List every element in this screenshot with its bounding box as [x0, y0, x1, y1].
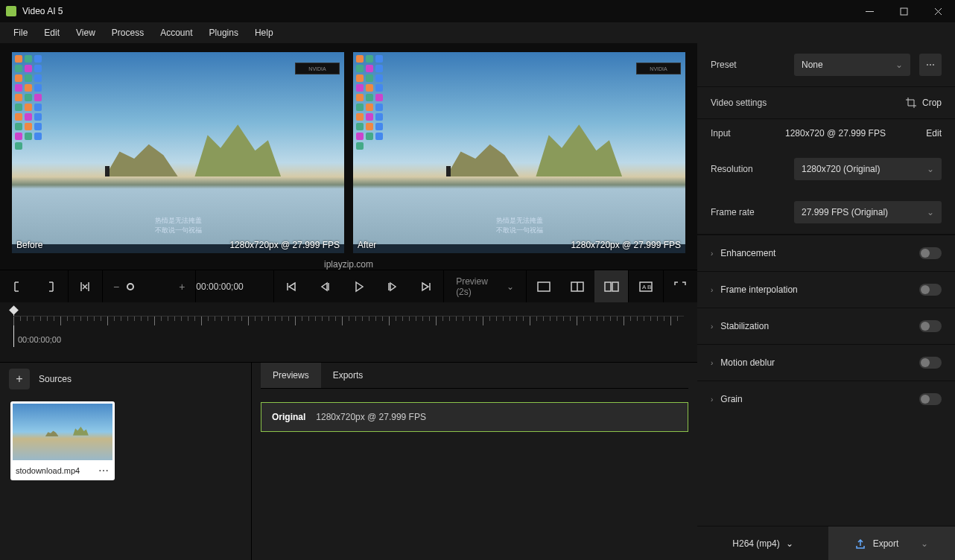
- svg-rect-0: [901, 8, 907, 15]
- preset-menu-button[interactable]: ⋯: [919, 54, 942, 76]
- video-settings-label: Video settings: [711, 98, 897, 108]
- step-forward-button[interactable]: [375, 270, 409, 303]
- after-info: 1280x720px @ 27.999 FPS: [571, 240, 681, 250]
- compare-ab-button[interactable]: AB: [629, 270, 662, 303]
- preview-row-label: Original: [272, 412, 305, 422]
- grain-toggle[interactable]: [919, 393, 942, 405]
- close-button[interactable]: [921, 0, 955, 22]
- acc-frame-interpolation[interactable]: ›Frame interpolation: [697, 271, 955, 308]
- acc-enhancement[interactable]: ›Enhancement: [697, 235, 955, 271]
- after-pane[interactable]: 热情是无法掩盖不敢说一句祝福 NVIDIA After 1280x720px @…: [353, 52, 685, 253]
- resolution-select[interactable]: 1280x720 (Original)⌄: [794, 158, 942, 180]
- chevron-right-icon: ›: [711, 286, 713, 294]
- menu-file[interactable]: File: [6, 25, 35, 41]
- zoom-handle-icon[interactable]: [127, 283, 134, 290]
- framerate-label: Frame rate: [711, 207, 785, 217]
- acc-motion-deblur[interactable]: ›Motion deblur: [697, 344, 955, 381]
- fullscreen-button[interactable]: [664, 270, 697, 303]
- chevron-right-icon: ›: [711, 249, 713, 258]
- before-pane[interactable]: 热情是无法掩盖不敢说一句祝福 NVIDIA Before 1280x720px …: [12, 52, 344, 253]
- menu-bar: File Edit View Process Account Plugins H…: [0, 22, 955, 43]
- menu-help[interactable]: Help: [247, 25, 281, 41]
- menu-view[interactable]: View: [69, 25, 103, 41]
- motion-deblur-toggle[interactable]: [919, 357, 942, 369]
- chevron-down-icon: ⌄: [895, 60, 903, 70]
- preview-row-original[interactable]: Original 1280x720px @ 27.999 FPS: [261, 402, 688, 432]
- settings-sidebar: Preset None⌄ ⋯ Video settings Crop Input…: [697, 43, 955, 560]
- zoom-control[interactable]: − +: [103, 281, 195, 293]
- add-source-button[interactable]: +: [9, 369, 30, 389]
- svg-text:A: A: [642, 284, 647, 290]
- source-more-icon[interactable]: ⋯: [98, 465, 110, 477]
- sources-title: Sources: [39, 374, 72, 384]
- stabilization-toggle[interactable]: [919, 320, 942, 332]
- zoom-out-icon[interactable]: −: [113, 281, 119, 293]
- timeline-time: 00:00:00;00: [18, 335, 61, 344]
- clear-marks-button[interactable]: [69, 270, 102, 303]
- svg-text:B: B: [647, 284, 651, 290]
- svg-rect-4: [612, 282, 618, 291]
- view-split-button[interactable]: [561, 270, 594, 303]
- previews-exports-panel: Previews Exports Original 1280x720px @ 2…: [252, 363, 697, 560]
- chevron-right-icon: ›: [711, 322, 713, 331]
- sources-panel: + Sources stodownload.mp4 ⋯: [0, 363, 252, 560]
- preview-area: 热情是无法掩盖不敢说一句祝福 NVIDIA Before 1280x720px …: [0, 43, 697, 258]
- input-value: 1280x720 @ 27.999 FPS: [785, 128, 926, 139]
- input-edit-button[interactable]: Edit: [926, 128, 942, 139]
- chevron-down-icon: ⌄: [786, 538, 793, 549]
- goto-end-button[interactable]: [410, 270, 443, 303]
- preset-select[interactable]: None⌄: [794, 54, 910, 76]
- watermark-text: iplayzip.com: [0, 258, 697, 270]
- mark-out-button[interactable]: [34, 270, 67, 303]
- play-button[interactable]: [342, 270, 375, 303]
- after-label: After: [358, 240, 376, 250]
- mark-in-button[interactable]: [0, 270, 34, 303]
- app-title: Video AI 5: [22, 6, 852, 16]
- player-controls: − + 00:00:00;00 Preview (2s) ⌄ AB: [0, 270, 697, 302]
- format-select[interactable]: H264 (mp4)⌄: [697, 526, 828, 560]
- goto-start-button[interactable]: [274, 270, 308, 303]
- step-back-button[interactable]: [308, 270, 342, 303]
- svg-rect-3: [605, 282, 611, 291]
- maximize-button[interactable]: [886, 0, 921, 22]
- title-bar: Video AI 5: [0, 0, 955, 22]
- framerate-select[interactable]: 27.999 FPS (Original)⌄: [794, 201, 942, 223]
- app-logo-icon: [6, 6, 16, 16]
- input-label: Input: [711, 128, 785, 139]
- source-item[interactable]: stodownload.mp4 ⋯: [10, 401, 115, 480]
- preview-mode-dropdown[interactable]: Preview (2s) ⌄: [444, 276, 526, 297]
- timeline[interactable]: 00:00:00;00: [0, 302, 697, 362]
- preset-label: Preset: [711, 60, 785, 70]
- nvidia-badge: NVIDIA: [295, 63, 340, 74]
- menu-plugins[interactable]: Plugins: [202, 25, 246, 41]
- view-sidebyside-button[interactable]: [594, 270, 628, 303]
- minimize-button[interactable]: [852, 0, 886, 22]
- chevron-down-icon: ⌄: [927, 207, 934, 217]
- chevron-right-icon: ›: [711, 395, 713, 404]
- chevron-down-icon: ⌄: [921, 538, 928, 549]
- frame-interpolation-toggle[interactable]: [919, 284, 942, 296]
- tab-exports[interactable]: Exports: [321, 363, 375, 388]
- timeline-ruler[interactable]: [13, 316, 684, 332]
- menu-edit[interactable]: Edit: [37, 25, 67, 41]
- acc-grain[interactable]: ›Grain: [697, 381, 955, 417]
- preview-row-info: 1280x720px @ 27.999 FPS: [316, 412, 426, 422]
- export-button[interactable]: Export ⌄: [828, 526, 955, 560]
- view-single-button[interactable]: [527, 270, 560, 303]
- enhancement-toggle[interactable]: [919, 247, 942, 259]
- acc-stabilization[interactable]: ›Stabilization: [697, 308, 955, 344]
- before-label: Before: [16, 240, 42, 250]
- source-filename: stodownload.mp4: [16, 466, 80, 475]
- crop-button[interactable]: Crop: [906, 98, 942, 108]
- chevron-down-icon: ⌄: [927, 164, 934, 174]
- tab-previews[interactable]: Previews: [261, 363, 321, 388]
- timecode-display[interactable]: 00:00:00;00: [196, 281, 273, 292]
- chevron-down-icon: ⌄: [507, 281, 514, 292]
- menu-process[interactable]: Process: [104, 25, 151, 41]
- zoom-in-icon[interactable]: +: [179, 281, 185, 293]
- chevron-right-icon: ›: [711, 359, 713, 367]
- menu-account[interactable]: Account: [153, 25, 200, 41]
- before-info: 1280x720px @ 27.999 FPS: [229, 240, 340, 250]
- resolution-label: Resolution: [711, 164, 785, 174]
- nvidia-badge: NVIDIA: [636, 63, 681, 74]
